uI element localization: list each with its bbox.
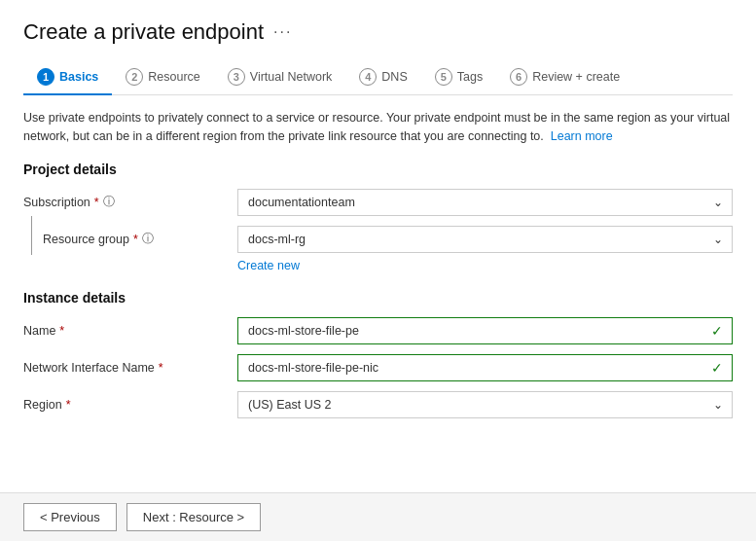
tab-review-create-label: Review + create: [532, 70, 620, 84]
instance-details-title: Instance details: [23, 290, 733, 306]
tab-dns-number: 4: [359, 68, 377, 86]
instance-details-section: Instance details Name * ✓ Network Interf…: [23, 290, 733, 418]
name-check-icon: ✓: [711, 323, 723, 339]
tab-dns-label: DNS: [381, 70, 407, 84]
subscription-select[interactable]: documentationteam: [237, 189, 733, 216]
tab-resource-label: Resource: [148, 70, 200, 84]
region-row: Region * (US) East US 2 ⌄: [23, 391, 733, 418]
network-interface-name-input[interactable]: [237, 354, 733, 381]
name-row: Name * ✓: [23, 317, 733, 344]
main-content: Create a private endpoint ··· 1 Basics 2…: [0, 0, 756, 492]
resource-group-info-icon[interactable]: ⓘ: [142, 231, 154, 247]
subscription-info-icon[interactable]: ⓘ: [103, 194, 115, 210]
name-control: ✓: [237, 317, 733, 344]
network-interface-name-check-icon: ✓: [711, 360, 723, 376]
network-interface-name-label: Network Interface Name *: [23, 361, 237, 375]
tab-tags[interactable]: 5 Tags: [421, 60, 496, 95]
subscription-label: Subscription * ⓘ: [23, 194, 237, 210]
next-button[interactable]: Next : Resource >: [126, 503, 261, 531]
tab-tags-number: 5: [435, 68, 452, 86]
network-interface-name-row: Network Interface Name * ✓: [23, 354, 733, 381]
project-details-section: Project details Subscription * ⓘ documen…: [23, 162, 733, 272]
tab-review-create[interactable]: 6 Review + create: [496, 60, 633, 95]
tab-dns[interactable]: 4 DNS: [345, 60, 420, 95]
page-container: Create a private endpoint ··· 1 Basics 2…: [0, 0, 756, 541]
previous-button[interactable]: < Previous: [23, 503, 117, 531]
resource-group-label: Resource group * ⓘ: [23, 231, 237, 247]
name-label: Name *: [23, 324, 237, 338]
name-input[interactable]: [237, 317, 733, 344]
subscription-row: Subscription * ⓘ documentationteam ⌄: [23, 189, 733, 216]
tab-virtual-network-number: 3: [228, 68, 245, 86]
learn-more-link[interactable]: Learn more: [551, 129, 613, 143]
name-required: *: [59, 324, 64, 338]
resource-group-required: *: [133, 233, 138, 246]
tab-basics-number: 1: [37, 68, 54, 86]
tab-resource[interactable]: 2 Resource: [112, 60, 214, 95]
subscription-required: *: [94, 196, 99, 209]
tab-tags-label: Tags: [457, 70, 483, 84]
tab-basics[interactable]: 1 Basics: [23, 60, 112, 95]
page-title-ellipsis: ···: [273, 23, 292, 41]
project-details-title: Project details: [23, 162, 733, 177]
tab-resource-number: 2: [126, 68, 143, 86]
resource-group-select[interactable]: docs-ml-rg: [237, 226, 733, 253]
tab-virtual-network[interactable]: 3 Virtual Network: [214, 60, 346, 95]
tab-virtual-network-label: Virtual Network: [250, 70, 333, 84]
page-title-area: Create a private endpoint ···: [23, 19, 733, 45]
create-new-link[interactable]: Create new: [237, 259, 733, 272]
network-interface-name-required: *: [159, 361, 163, 375]
network-interface-name-control: ✓: [237, 354, 733, 381]
resource-group-control: docs-ml-rg ⌄: [237, 226, 733, 253]
region-required: *: [66, 398, 71, 412]
region-control: (US) East US 2 ⌄: [237, 391, 733, 418]
region-select[interactable]: (US) East US 2: [237, 391, 733, 418]
region-label: Region *: [23, 398, 237, 412]
resource-group-row: Resource group * ⓘ docs-ml-rg ⌄: [23, 226, 733, 253]
tab-basics-label: Basics: [59, 70, 98, 84]
page-title: Create a private endpoint: [23, 19, 264, 45]
tabs-container: 1 Basics 2 Resource 3 Virtual Network 4 …: [23, 60, 733, 95]
subscription-control: documentationteam ⌄: [237, 189, 733, 216]
description-text: Use private endpoints to privately conne…: [23, 109, 733, 146]
tab-review-create-number: 6: [510, 68, 527, 86]
footer: < Previous Next : Resource >: [0, 492, 756, 541]
